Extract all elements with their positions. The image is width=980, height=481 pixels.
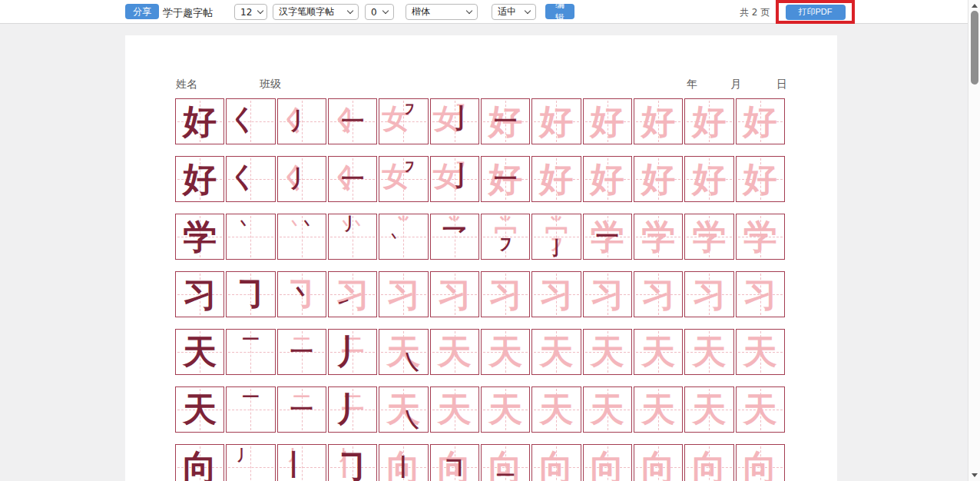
spacing-value: 0	[371, 7, 377, 18]
chevron-down-icon	[347, 8, 353, 14]
practice-cell: 向	[175, 444, 224, 481]
stroke-glyph-light: 好	[584, 99, 631, 144]
practice-cell: く丿	[277, 156, 326, 202]
practice-cell: 好	[175, 98, 224, 144]
practice-cell: く	[226, 156, 275, 202]
stroke-glyph-light: 习	[379, 272, 427, 317]
stroke-glyph-dark: 丨	[280, 451, 308, 479]
practice-cell: 女㇇亅	[430, 156, 479, 202]
stroke-glyph-dark: ㇇	[402, 160, 417, 174]
stroke-glyph-light: 天	[737, 387, 784, 432]
practice-cell: 好	[684, 98, 733, 144]
stroke-glyph-dark: 丶	[388, 231, 401, 244]
font-style-select[interactable]: 楷体	[406, 4, 478, 20]
practice-cell: 一	[226, 386, 275, 433]
density-select[interactable]: 适中	[492, 4, 536, 20]
practice-cell: 天	[684, 329, 733, 375]
sheet-type-select[interactable]: 汉字笔顺字帖	[273, 4, 359, 20]
practice-cell: 天	[531, 386, 581, 433]
stroke-glyph-dark: 向	[176, 445, 223, 481]
stroke-glyph-dark: 丿	[278, 99, 326, 144]
scroll-down-icon[interactable]	[972, 473, 978, 477]
practice-cell: く	[226, 98, 275, 144]
practice-cell: 学	[634, 214, 683, 260]
stroke-glyph-light: 天	[584, 387, 631, 432]
stroke-glyph-dark: 丿	[237, 448, 251, 463]
stroke-glyph-dark: 丿	[329, 216, 376, 233]
practice-cell: 好一	[481, 156, 530, 202]
stroke-glyph-light: 向	[584, 445, 631, 481]
stroke-glyph-dark: ㇀	[336, 297, 352, 313]
stroke-glyph-dark: ㇇	[482, 236, 529, 254]
practice-cell: 好	[531, 156, 581, 202]
stroke-glyph-light: 向	[737, 445, 784, 481]
worksheet-paper: 姓名 班级 年 月 日 好くく丿く丿一女㇇女㇇亅好一好好好好好好くく丿く丿一女㇇…	[125, 35, 837, 481]
edit-button[interactable]: 编辑	[545, 4, 574, 19]
practice-cell: 向	[684, 444, 733, 481]
stroke-glyph-dark: 天	[176, 387, 223, 432]
practice-cell: ⺌丶	[379, 214, 428, 260]
scrollbar-thumb[interactable]	[971, 11, 978, 85]
practice-cell: 丿丨㇆	[328, 444, 377, 481]
font-style-value: 楷体	[412, 5, 430, 18]
stroke-glyph-dark: 亅	[532, 239, 580, 257]
practice-cell: 好	[634, 156, 683, 202]
stroke-glyph-dark: 亅	[448, 105, 474, 131]
stroke-glyph-light: 天	[634, 387, 682, 432]
print-pdf-button[interactable]: 打印PDF	[786, 5, 846, 20]
stroke-glyph-dark: 习	[176, 272, 223, 317]
practice-cell: 天	[684, 386, 733, 433]
stroke-glyph-dark: 一	[329, 157, 376, 201]
stroke-glyph-dark: 丿	[329, 330, 376, 374]
toolbar: 分享 学于趣字帖 12 汉字笔顺字帖 0 楷体 适中 编辑 共 2 页 打印PD…	[0, 0, 980, 24]
spacing-select[interactable]: 0	[365, 4, 394, 20]
practice-cell: く丿一	[328, 156, 377, 202]
stroke-glyph-dark: 一	[227, 389, 274, 406]
stroke-glyph-dark: 一	[278, 330, 326, 374]
practice-cell: 习	[379, 271, 428, 317]
stroke-glyph-dark: く	[229, 163, 257, 191]
name-label: 姓名	[176, 78, 197, 91]
stroke-glyph-dark: 一	[278, 387, 326, 432]
stroke-glyph-light: 好	[584, 157, 631, 201]
stroke-glyph-dark: 一	[584, 214, 631, 259]
practice-row-向: 向丿丿丨丿丨㇆向丨向㇕向一向向向向向	[175, 444, 785, 481]
vertical-scrollbar[interactable]	[968, 0, 980, 481]
stroke-glyph-light: 天	[532, 330, 580, 374]
print-pdf-highlight-annotation: 打印PDF	[776, 0, 855, 24]
stroke-glyph-dark: ㇆	[227, 272, 274, 317]
practice-cell: 好	[736, 156, 785, 202]
stroke-glyph-dark: ㇏	[402, 352, 422, 373]
stroke-glyph-dark: ㇏	[402, 410, 422, 430]
practice-cell: 天	[634, 386, 683, 433]
practice-cell: 好	[684, 156, 733, 202]
practice-cell: 女㇇亅	[430, 98, 479, 144]
practice-cell: 好	[175, 156, 224, 202]
practice-cell: ⺌冖㇇亅	[531, 214, 581, 260]
practice-row-天: 天一一一一一丿天㇏天天天天天天天	[175, 329, 785, 375]
stroke-glyph-light: 天	[431, 387, 478, 432]
stroke-glyph-light: 好	[737, 157, 784, 201]
practice-cell: 向	[634, 444, 683, 481]
practice-cell: 习㇀	[328, 271, 377, 317]
stroke-glyph-light: 习	[634, 272, 682, 317]
practice-cell: 习	[531, 271, 581, 317]
practice-cell: く丿	[277, 98, 326, 144]
stroke-glyph-light: 天	[685, 330, 733, 374]
stroke-glyph-light: ⺌	[379, 216, 427, 233]
stroke-glyph-dark: 一	[227, 331, 274, 348]
stroke-glyph-dark: 好	[176, 99, 223, 144]
stroke-glyph-light: 好	[737, 99, 784, 144]
stroke-glyph-light: 好	[685, 99, 733, 144]
share-button[interactable]: 分享	[125, 4, 159, 19]
font-size-select[interactable]: 12	[234, 4, 267, 20]
stroke-glyph-light: 天	[584, 330, 631, 374]
practice-cell: く丿一	[328, 98, 377, 144]
practice-cell: 向	[583, 444, 632, 481]
practice-cell: 学	[684, 214, 733, 260]
density-value: 适中	[498, 5, 516, 18]
practice-cell: ⺌冖㇇	[481, 214, 530, 260]
stroke-glyph-light: 天	[685, 387, 733, 432]
scroll-up-icon[interactable]	[972, 4, 978, 8]
site-name: 学于趣字帖	[163, 6, 213, 20]
